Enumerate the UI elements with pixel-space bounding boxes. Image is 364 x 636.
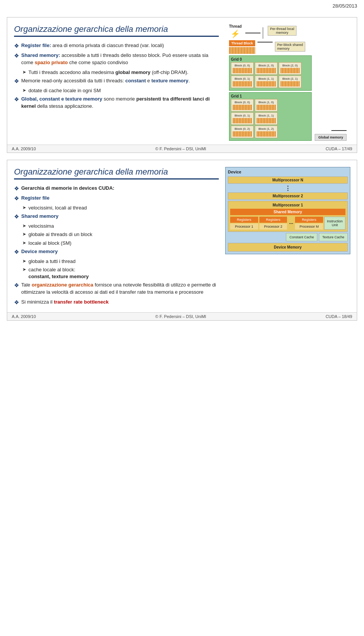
thread-block-box: Thread Block [229,40,255,46]
grid-stack: Grid 0 Block (0, 0) Block (1, 0) [229,55,312,141]
slide-2: Organizzazione gerarchica della memoria … [7,160,357,321]
per-thread-box: Per-thread localmemory [268,26,297,36]
arrow-icon-s2-1: ➤ [22,205,26,210]
footer-center-1: © F. Pedersini – DSI, UniMI [155,146,206,151]
highlight-org: organizzazione gerarchica [31,282,93,288]
proc-label-3: Processor M [300,225,319,228]
reg-proc-col2: Registers Processor 2 [259,217,287,230]
sub-text-tutti: globale a tutti i thread [28,258,75,265]
block-cell-g1-0-0: Block (0, 0) [231,99,254,112]
bullet-text-1: Register file: area di emoria privata di… [21,42,164,49]
diamond-s2-5: ❖ [14,299,19,306]
block-row-1-2: Block (0, 2) Block (1, 2) [231,126,310,138]
bullet-s2-register: ❖ Register file [14,195,219,202]
sub-bullet-s2-cache: ➤ cache locale al block: constant, textu… [22,266,219,280]
diamond-s2-4: ❖ [14,282,19,289]
highlight-privato: spazio privato [35,60,67,65]
sub-text-velocissimi: velocissimi, locali al thread [28,205,87,211]
regs-procs-row: Registers Processor 1 Registers Proc [230,217,345,230]
block-cell-1-1: Block (1, 1) [255,76,278,88]
reg-label-1: Registers [237,218,251,222]
slide2-title: Organizzazione gerarchica della memoria [14,167,219,179]
proc-label-1: Processor 1 [235,225,253,228]
device-mem-box: Device Memory [228,243,348,252]
sub-text-locale: locale al block (SM) [28,240,71,247]
mp-2-label: Multiprocessor 2 [273,194,303,198]
dots-middle: ··· [288,217,294,230]
sub-text-globale: globale ai threads di un block [28,231,92,238]
instr-unit-col: Instruction Unit [324,217,345,230]
sub-bullet-s2-locale: ➤ locale al block (SM) [22,240,219,247]
block-cell-g1-0-1: Block (0, 1) [231,112,254,125]
diamond-s2-2: ❖ [14,213,19,220]
diamond-s2-1: ❖ [14,195,19,202]
diamond-icon-4: ❖ [14,96,19,103]
grid0-label: Grid 0 [231,57,310,61]
device-label: Device [228,170,348,174]
diamond-s2-3: ❖ [14,249,19,255]
block-row-0-1: Block (0, 1) Block (1, 1) Block (2, 1) [231,76,310,88]
grid1-box: Grid 1 Block (0, 0) Block (1, 0) [229,92,312,141]
arrow-s2-3b: ➤ [22,267,26,272]
sub-text-cache: dotate di cache locale in ogni SM [28,87,101,94]
slide2-content: Organizzazione gerarchica della memoria … [14,167,219,309]
proc-2: Processor 2 [259,224,287,230]
bullet-s2-shared-text: Shared memory [21,213,58,220]
highlight-constant: constant [126,78,146,83]
reg-2: Registers [259,217,287,223]
footer-left-2: A.A. 2009/10 [12,314,36,319]
bullet-s2-minimizza-text: Si minimizza il transfer rate bottleneck [21,299,108,306]
sub-bullet-s2-tutti: ➤ globale a tutti i thread [22,258,219,265]
arrow-s2-2c: ➤ [22,240,26,246]
highlight-s2-device: Device memory [21,249,58,254]
reg-label-2: Registers [266,218,281,222]
footer-right-1: CUDA – 17/49 [326,146,352,151]
proc-3: Processor M [295,224,323,230]
block-row-1-0: Block (0, 0) Block (1, 0) [231,99,310,112]
footer-right-2: CUDA – 18/49 [326,314,352,319]
bullet-text-2: Shared memory: accessibile a tutti i thr… [21,52,219,66]
sub-bullet-threads: ➤ Tutti i threads accedono alla medesima… [22,69,219,76]
bullet-s2-tale: ❖ Tale organizzazione gerarchica fornisc… [14,282,219,296]
reg-proc-col3: Registers Processor M [295,217,323,230]
slide1-title: Organizzazione gerarchica della memoria [14,24,219,37]
mp-1-label: Multiprocessor 1 [230,203,345,207]
block-cell-g1-1-2: Block (1, 2) [255,126,278,138]
global-mem-box: Global memory [315,134,347,141]
mp-n-label: Multiprocessor N [272,178,303,182]
sub-text-cache-locale: cache locale al block: constant, texture… [28,266,89,280]
const-cache-box: Constant Cache [286,233,317,241]
reg-proc-col1: Registers Processor 1 [230,217,258,230]
reg-label-3: Registers [302,218,316,222]
thread-label: Thread [229,24,242,28]
reg-3: Registers [295,217,323,223]
arrow-s2-2a: ➤ [22,223,26,228]
slide2-diagram: Device Multiprocessor N ⋮ Multiprocessor… [223,167,352,309]
thread-header: Thread ⚡ Per-thread localmemory [229,24,347,39]
tex-cache-label: Texture Cache [322,235,344,239]
mp-2-box: Multiprocessor 2 [228,192,348,200]
block-cell-g1-0-2: Block (0, 2) [231,126,254,138]
block-row-1-1: Block (0, 1) Block (1, 1) [231,112,310,125]
slide1-footer: A.A. 2009/10 © F. Pedersini – DSI, UniMI… [7,145,357,153]
sub-bullet-s2-velocissima: ➤ velocissima [22,223,219,230]
tex-cache-box: Texture Cache [319,233,348,241]
footer-left-1: A.A. 2009/10 [12,146,36,151]
highlight-cache: cache locale [49,88,76,93]
bullet-s2-tale-text: Tale organizzazione gerarchica fornisce … [21,282,219,296]
date-label: 28/05/2013 [333,3,357,9]
proc-label-2: Processor 2 [264,225,282,228]
block-cell-1-0: Block (1, 0) [255,62,278,75]
bullet-text-3: Memorie read-only accessibili da tutti i… [21,77,190,85]
grid-global-section: Grid 0 Block (0, 0) Block (1, 0) [229,55,347,141]
highlight-texture: texture memory [151,78,188,83]
bullet-register-file: ❖ Register file: area di emoria privata … [14,42,219,49]
slide2-intro: ❖ Gerarchia di memorie in devices CUDA: [14,185,219,192]
highlight-const-tex: constant, texture memory [28,274,89,279]
grid1-label: Grid 1 [231,94,310,98]
bullet-s2-device-text: Device memory [21,248,58,255]
cache-row: Constant Cache Texture Cache [228,233,348,241]
arrow-icon-2: ➤ [22,88,26,93]
highlight-register: Register file: [21,43,51,48]
highlight-transfer: transfer rate bottleneck [54,299,109,305]
